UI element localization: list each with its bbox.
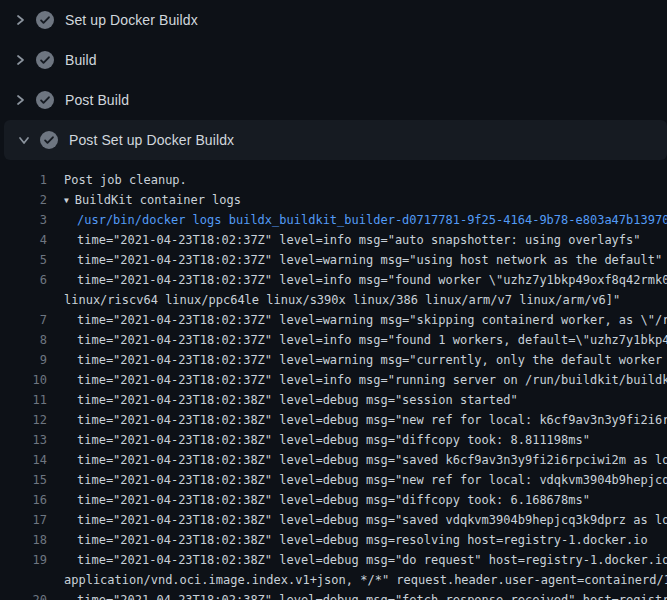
- line-number[interactable]: 14: [0, 450, 47, 470]
- line-number[interactable]: 6: [0, 270, 47, 290]
- log-text: time="2021-04-23T18:02:38Z" level=debug …: [77, 450, 667, 470]
- line-number[interactable]: 3: [0, 210, 47, 230]
- log-group-label[interactable]: BuildKit container logs: [75, 193, 241, 207]
- log-line: 19 time="2021-04-23T18:02:38Z" level=deb…: [0, 550, 667, 570]
- log-line: 12 time="2021-04-23T18:02:38Z" level=deb…: [0, 410, 667, 430]
- log-line: 17 time="2021-04-23T18:02:38Z" level=deb…: [0, 510, 667, 530]
- log-line: application/vnd.oci.image.index.v1+json,…: [0, 570, 667, 590]
- line-number[interactable]: 8: [0, 330, 47, 350]
- chevron-right-icon: [12, 92, 28, 108]
- line-number[interactable]: 11: [0, 390, 47, 410]
- line-number[interactable]: 18: [0, 530, 47, 550]
- step-title: Build: [65, 52, 97, 68]
- check-circle-icon: [40, 131, 58, 149]
- log-text: time="2021-04-23T18:02:38Z" level=debug …: [77, 590, 667, 600]
- line-number[interactable]: 2: [0, 190, 47, 210]
- chevron-down-icon: [16, 132, 32, 148]
- line-number[interactable]: [0, 290, 47, 310]
- log-text: time="2021-04-23T18:02:38Z" level=debug …: [77, 410, 667, 430]
- check-circle-icon: [36, 91, 54, 109]
- log-text: time="2021-04-23T18:02:38Z" level=debug …: [77, 470, 667, 490]
- log-text: /usr/bin/docker logs buildx_buildkit_bui…: [77, 210, 667, 230]
- step-row[interactable]: Build: [0, 40, 667, 80]
- log-text: time="2021-04-23T18:02:37Z" level=warnin…: [77, 310, 667, 330]
- log-line: 2 ▼BuildKit container logs: [0, 190, 667, 210]
- line-number[interactable]: 5: [0, 250, 47, 270]
- line-number[interactable]: 17: [0, 510, 47, 530]
- log-line: 6 time="2021-04-23T18:02:37Z" level=info…: [0, 270, 667, 290]
- step-title: Post Set up Docker Buildx: [69, 132, 234, 148]
- log-line: 8 time="2021-04-23T18:02:37Z" level=info…: [0, 330, 667, 350]
- log-line: 9 time="2021-04-23T18:02:37Z" level=warn…: [0, 350, 667, 370]
- log-line: 5 time="2021-04-23T18:02:37Z" level=warn…: [0, 250, 667, 270]
- step-row[interactable]: Post Set up Docker Buildx: [4, 120, 667, 160]
- log-line: 15 time="2021-04-23T18:02:38Z" level=deb…: [0, 470, 667, 490]
- check-circle-icon: [36, 51, 54, 69]
- log-line: 1 Post job cleanup.: [0, 170, 667, 190]
- line-number[interactable]: 4: [0, 230, 47, 250]
- step-row[interactable]: Set up Docker Buildx: [0, 0, 667, 40]
- line-number[interactable]: 1: [0, 170, 47, 190]
- log-text: time="2021-04-23T18:02:37Z" level=info m…: [77, 370, 667, 390]
- line-number[interactable]: 19: [0, 550, 47, 570]
- log-text: time="2021-04-23T18:02:37Z" level=info m…: [77, 230, 641, 250]
- log-text: Post job cleanup.: [64, 170, 187, 190]
- line-number[interactable]: 16: [0, 490, 47, 510]
- line-number[interactable]: 10: [0, 370, 47, 390]
- log-text: time="2021-04-23T18:02:37Z" level=warnin…: [77, 250, 662, 270]
- log-text: time="2021-04-23T18:02:38Z" level=debug …: [77, 530, 648, 550]
- log-text: time="2021-04-23T18:02:37Z" level=info m…: [77, 270, 667, 290]
- log-line: 18 time="2021-04-23T18:02:38Z" level=deb…: [0, 530, 667, 550]
- line-number[interactable]: 12: [0, 410, 47, 430]
- line-number[interactable]: 15: [0, 470, 47, 490]
- step-list: Set up Docker Buildx Build Post Build: [0, 0, 667, 160]
- log-line: linux/riscv64 linux/ppc64le linux/s390x …: [0, 290, 667, 310]
- log-text: time="2021-04-23T18:02:37Z" level=info m…: [77, 330, 667, 350]
- log-line: 7 time="2021-04-23T18:02:37Z" level=warn…: [0, 310, 667, 330]
- step-title: Post Build: [65, 92, 129, 108]
- log-text: time="2021-04-23T18:02:38Z" level=debug …: [77, 490, 590, 510]
- workflow-log-panel: Set up Docker Buildx Build Post Build: [0, 0, 667, 600]
- line-number[interactable]: [0, 570, 47, 590]
- line-number[interactable]: 20: [0, 590, 47, 600]
- log-line: 4 time="2021-04-23T18:02:37Z" level=info…: [0, 230, 667, 250]
- log-line: 14 time="2021-04-23T18:02:38Z" level=deb…: [0, 450, 667, 470]
- group-toggle-icon[interactable]: ▼: [64, 191, 69, 210]
- log-line: 10 time="2021-04-23T18:02:37Z" level=inf…: [0, 370, 667, 390]
- log-line: 11 time="2021-04-23T18:02:38Z" level=deb…: [0, 390, 667, 410]
- log-text: application/vnd.oci.image.index.v1+json,…: [64, 570, 667, 590]
- log-text: ▼BuildKit container logs: [64, 190, 241, 210]
- log-line: 3 /usr/bin/docker logs buildx_buildkit_b…: [0, 210, 667, 230]
- log-text: time="2021-04-23T18:02:38Z" level=debug …: [77, 510, 667, 530]
- line-number[interactable]: 9: [0, 350, 47, 370]
- line-number[interactable]: 7: [0, 310, 47, 330]
- log-text: time="2021-04-23T18:02:37Z" level=warnin…: [77, 350, 667, 370]
- log-text: linux/riscv64 linux/ppc64le linux/s390x …: [64, 290, 620, 310]
- chevron-right-icon: [12, 52, 28, 68]
- step-row[interactable]: Post Build: [0, 80, 667, 120]
- log-text: time="2021-04-23T18:02:38Z" level=debug …: [77, 390, 518, 410]
- check-circle-icon: [36, 11, 54, 29]
- log-line: 13 time="2021-04-23T18:02:38Z" level=deb…: [0, 430, 667, 450]
- log-line: 20 time="2021-04-23T18:02:38Z" level=deb…: [0, 590, 667, 600]
- chevron-right-icon: [12, 12, 28, 28]
- step-title: Set up Docker Buildx: [65, 12, 198, 28]
- line-number[interactable]: 13: [0, 430, 47, 450]
- log-text: time="2021-04-23T18:02:38Z" level=debug …: [77, 430, 590, 450]
- log-view: 1 Post job cleanup. 2 ▼BuildKit containe…: [0, 160, 667, 600]
- log-text: time="2021-04-23T18:02:38Z" level=debug …: [77, 550, 667, 570]
- log-line: 16 time="2021-04-23T18:02:38Z" level=deb…: [0, 490, 667, 510]
